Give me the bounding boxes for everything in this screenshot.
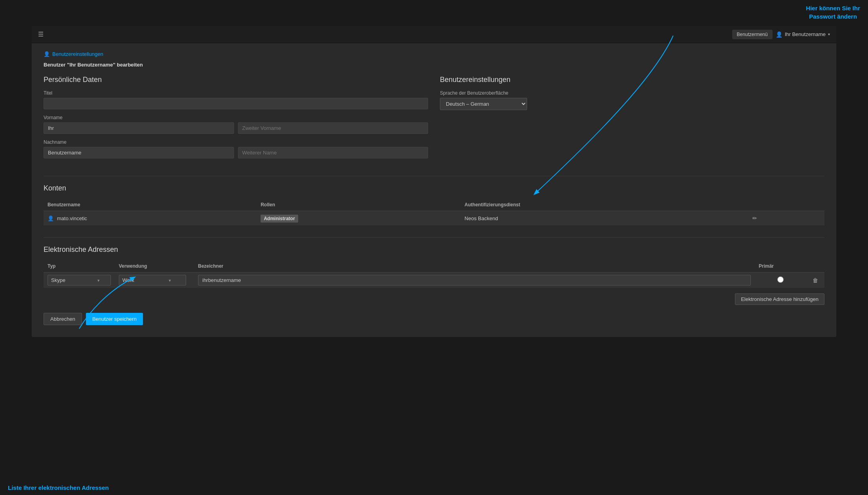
person-icon: 👤 [44, 51, 50, 57]
konten-heading: Konten [44, 184, 824, 192]
annotation-bottom-left: Liste Ihrer elektronischen Adressen [8, 484, 109, 491]
save-button[interactable]: Benutzer speichern [86, 313, 143, 325]
col-verwendung: Verwendung [115, 260, 194, 272]
ea-verwendung-wrapper: Work Home Other [119, 275, 174, 286]
cancel-button[interactable]: Abbrechen [44, 313, 82, 325]
col-rollen: Rollen [257, 199, 461, 211]
sprache-select[interactable]: Deutsch – German English Français [440, 98, 527, 110]
personal-data-section: Persönliche Daten Titel Vorname Nachname [44, 76, 428, 164]
ea-heading: Elektronische Adressen [44, 246, 824, 254]
add-address-button[interactable]: Elektronische Adresse hinzufügen [735, 293, 824, 305]
col-action [806, 260, 824, 272]
benutzer-settings-section: Benutzereinstellungen Sprache der Benutz… [440, 76, 824, 164]
ea-bezeichner-cell [194, 272, 755, 288]
col-auth: Authentifizierungsdienst [461, 199, 746, 211]
breadcrumb[interactable]: 👤 Benutzereinstellungen [44, 51, 824, 57]
sprache-group: Sprache der Benutzeroberfläche Deutsch –… [440, 90, 824, 110]
vorname-first-input[interactable] [44, 122, 234, 134]
role-badge: Administrator [261, 215, 298, 223]
col-typ: Typ [44, 260, 115, 272]
ea-table: Typ Verwendung Bezeichner Primär Skype [44, 260, 824, 288]
col-primar: Primär [755, 260, 806, 272]
table-row: 👤 mato.vincetic Administrator Neos Backe… [44, 211, 824, 226]
ea-delete-cell: 🗑 [806, 272, 824, 288]
sprache-label: Sprache der Benutzeroberfläche [440, 90, 824, 96]
personal-data-heading: Persönliche Daten [44, 76, 428, 84]
list-item: Skype Email Phone Work Home [44, 272, 824, 288]
content-area: 👤 Benutzereinstellungen Benutzer "Ihr Be… [32, 43, 836, 337]
col-action-header [746, 199, 824, 211]
action-bar: Abbrechen Benutzer speichern [44, 313, 824, 325]
ea-verwendung-cell: Work Home Other [115, 272, 194, 288]
ea-bezeichner-input[interactable] [198, 275, 751, 286]
nachname-group: Nachname [44, 139, 428, 158]
col-bezeichner: Bezeichner [194, 260, 755, 272]
nachname-label: Nachname [44, 139, 428, 145]
ea-typ-wrapper: Skype Email Phone [48, 275, 103, 286]
konten-benutzername-cell: 👤 mato.vincetic [44, 211, 257, 226]
konten-action-cell: ✏ [746, 211, 824, 226]
auth-service: Neos Backend [464, 215, 498, 221]
titel-group: Titel [44, 90, 428, 109]
benutzer-menu-button[interactable]: Benutzermenü [732, 30, 773, 39]
annotation-top-right: Hier können Sie Ihr Passwort ändern [806, 4, 860, 21]
user-menu[interactable]: 👤 Ihr Benutzername ▾ [776, 31, 830, 38]
ea-typ-select[interactable]: Skype Email Phone [48, 275, 111, 286]
vorname-group: Vorname [44, 115, 428, 134]
konten-rollen-cell: Administrator [257, 211, 461, 226]
vorname-second-input[interactable] [238, 122, 428, 134]
col-benutzername: Benutzername [44, 199, 257, 211]
topbar: ☰ Benutzermenü 👤 Ihr Benutzername ▾ [32, 26, 836, 43]
titel-input[interactable] [44, 98, 428, 109]
konten-section: Konten Benutzername Rollen Authentifizie… [44, 184, 824, 225]
nachname-second-input[interactable] [238, 147, 428, 158]
konten-username: mato.vincetic [57, 215, 87, 221]
ea-primar-radio[interactable] [777, 276, 784, 283]
nachname-first-input[interactable] [44, 147, 234, 158]
page-title: Benutzer "Ihr Benutzername" bearbeiten [44, 62, 824, 68]
ea-verwendung-select[interactable]: Work Home Other [119, 275, 186, 286]
ea-primar-cell [755, 272, 806, 288]
konten-table: Benutzername Rollen Authentifizierungsdi… [44, 199, 824, 225]
benutzer-settings-heading: Benutzereinstellungen [440, 76, 824, 84]
vorname-label: Vorname [44, 115, 428, 120]
ea-typ-cell: Skype Email Phone [44, 272, 115, 288]
edit-konto-button[interactable]: ✏ [750, 214, 760, 222]
user-cell: 👤 mato.vincetic [48, 215, 253, 221]
elektronische-adressen-section: Elektronische Adressen Typ Verwendung Be… [44, 246, 824, 305]
breadcrumb-label: Benutzereinstellungen [52, 51, 103, 57]
add-address-container: Elektronische Adresse hinzufügen [44, 293, 824, 305]
nachname-row [44, 147, 428, 158]
main-window: ☰ Benutzermenü 👤 Ihr Benutzername ▾ 👤 Be… [32, 26, 836, 337]
two-col-layout: Persönliche Daten Titel Vorname Nachname [44, 76, 824, 164]
divider-2 [44, 237, 824, 238]
vorname-row [44, 122, 428, 134]
topbar-right: Benutzermenü 👤 Ihr Benutzername ▾ [732, 30, 830, 39]
divider-1 [44, 176, 824, 176]
topbar-left: ☰ [38, 30, 44, 38]
titel-label: Titel [44, 90, 428, 96]
user-label: Ihr Benutzername [785, 31, 826, 37]
user-icon: 👤 [776, 31, 782, 38]
user-row-icon: 👤 [48, 215, 54, 221]
hamburger-icon[interactable]: ☰ [38, 30, 44, 38]
chevron-down-icon: ▾ [828, 32, 830, 36]
konten-auth-cell: Neos Backend [461, 211, 746, 226]
ea-delete-button[interactable]: 🗑 [810, 276, 820, 284]
